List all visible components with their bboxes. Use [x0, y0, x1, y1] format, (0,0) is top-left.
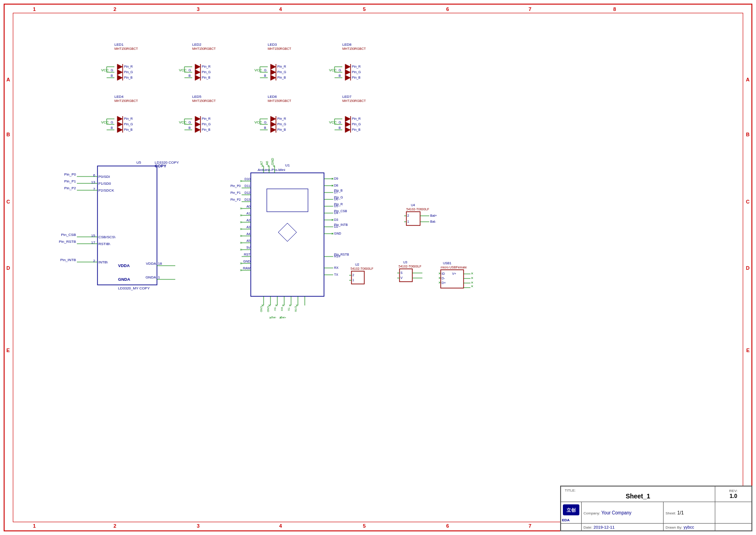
svg-text:MHT150RGBCT: MHT150RGBCT [268, 47, 292, 50]
svg-text:D-: D- [442, 277, 445, 280]
date-value: 2019-12-11 [594, 525, 615, 530]
svg-text:×: × [240, 213, 242, 218]
rev-label: REV: [717, 489, 750, 493]
svg-marker-99 [195, 122, 200, 127]
svg-text:B: B [264, 74, 266, 77]
led6-component: LED6 MHT150RGBCT VCC Pin_R G Pin_G B Pin… [254, 95, 292, 133]
svg-text:17: 17 [91, 241, 95, 245]
svg-text:INTB\: INTB\ [98, 260, 108, 264]
svg-text:Pin_G: Pin_G [352, 123, 361, 126]
svg-marker-45 [270, 70, 276, 75]
col-label-3-bot: 3 [197, 523, 200, 529]
svg-text:G: G [339, 121, 341, 124]
svg-text:U5: U5 [136, 160, 141, 165]
row-label-e-left: E [6, 348, 10, 353]
svg-text:Pin_R: Pin_R [277, 117, 286, 121]
svg-marker-122 [270, 127, 276, 133]
svg-marker-113 [270, 116, 276, 122]
col-label-1-top: 1 [33, 6, 36, 12]
drawn-value: yybcc [684, 525, 694, 530]
svg-text:D8: D8 [334, 184, 338, 187]
svg-text:MHT150RGBCT: MHT150RGBCT [114, 99, 138, 102]
svg-text:54102-T0600LF: 54102-T0600LF [399, 265, 421, 268]
svg-text:Pin_B: Pin_B [124, 128, 133, 132]
svg-text:LED1: LED1 [114, 43, 124, 47]
svg-text:54102-T0600LF: 54102-T0600LF [406, 208, 429, 211]
svg-text:B: B [111, 74, 113, 77]
svg-text:A2: A2 [246, 219, 250, 222]
u3-component: U3 54102-T0600LF S V [397, 261, 422, 282]
col-label-4-top: 4 [279, 6, 282, 12]
svg-text:VCC: VCC [254, 68, 262, 72]
sheet-value: 1/1 [677, 510, 684, 515]
svg-text:D+: D+ [442, 281, 446, 284]
logo-icon: 立创 [562, 503, 580, 516]
svg-marker-9 [117, 70, 123, 75]
svg-text:Pin_B: Pin_B [352, 76, 361, 80]
svg-text:RSTIB\: RSTIB\ [98, 242, 111, 246]
svg-marker-41 [270, 64, 276, 70]
svg-text:×: × [240, 247, 242, 252]
svg-text:B: B [111, 126, 113, 129]
svg-text:×: × [438, 276, 441, 280]
svg-text:MHT150RGBCT: MHT150RGBCT [342, 47, 366, 50]
row-label-b-left: B [6, 132, 10, 137]
svg-text:RAW: RAW [243, 267, 250, 270]
svg-text:Pin_G: Pin_G [334, 196, 343, 199]
row-label-e-right: E [746, 348, 750, 353]
svg-text:15: 15 [91, 234, 95, 238]
svg-marker-14 [117, 75, 123, 80]
u2-component: U2 54102-T0600LF 2 1 [349, 263, 373, 284]
svg-text:Pin_P1: Pin_P1 [230, 191, 241, 195]
svg-text:Pin_G: Pin_G [124, 123, 133, 126]
svg-marker-50 [270, 75, 276, 80]
svg-text:Pin_R: Pin_R [277, 65, 286, 69]
svg-text:×: × [240, 179, 242, 183]
svg-text:Pin_R: Pin_R [334, 203, 343, 206]
row-label-b-right: B [746, 132, 750, 137]
svg-text:Pin_G: Pin_G [352, 70, 361, 74]
led3-component: LED3 MHT150RGBCT VCC Pin_R G Pin_G B Pin… [254, 43, 292, 80]
led7-component: LED7 MHT150RGBCT VCC Pin_R G Pin_G B Pin… [329, 95, 366, 133]
svg-text:G: G [111, 121, 113, 124]
svg-text:Pin_CSB: Pin_CSB [334, 209, 347, 213]
schematic-container: A A B B C C D D E E 1 2 3 4 5 6 7 8 1 2 … [0, 0, 756, 535]
title-label: TITLE: [565, 488, 711, 492]
svg-text:×: × [261, 164, 264, 168]
svg-text:VCC: VCC [329, 68, 337, 72]
svg-text:D10: D10 [244, 177, 250, 181]
svg-text:G: G [189, 69, 191, 72]
col-label-2-bot: 2 [113, 523, 116, 529]
sheet-label: Sheet: [665, 511, 676, 515]
svg-text:A3: A3 [246, 225, 250, 229]
svg-text:×: × [438, 280, 441, 285]
svg-text:micro USBFemale: micro USBFemale [441, 266, 467, 269]
drawn-label: Drawn By: [665, 525, 682, 530]
led2-component: LED2 MHT150RGBCT VCC Pin_R G Pin_G B Pin… [179, 43, 216, 80]
col-label-7-top: 7 [529, 6, 531, 12]
svg-text:Pin_RSTB: Pin_RSTB [334, 253, 349, 257]
svg-text:B: B [339, 74, 341, 77]
usb1-component: USB1 micro USBFemale ID D- D+ V+ × × × ×… [438, 262, 473, 289]
svg-text:Pin_RSTB: Pin_RSTB [59, 240, 76, 244]
copy-label: COPY [155, 164, 167, 168]
title-value: Sheet_1 [565, 492, 711, 500]
row-label-a-right: A [746, 77, 750, 82]
svg-text:6: 6 [93, 173, 96, 177]
svg-text:Pin_P2: Pin_P2 [230, 198, 241, 202]
u4-component: U4 54102-T0600LF 2 1 Bat+ Bat- [404, 203, 437, 225]
svg-text:Pin_G: Pin_G [202, 123, 211, 126]
svg-text:D11: D11 [244, 184, 250, 187]
svg-text:Arduino-Pro-Mini: Arduino-Pro-Mini [258, 168, 285, 172]
svg-text:Pin_INTB: Pin_INTB [334, 223, 348, 227]
svg-text:VCC: VCC [101, 120, 109, 124]
date-label: Date: [583, 525, 592, 530]
svg-text:×: × [240, 268, 242, 273]
svg-marker-77 [117, 116, 123, 122]
svg-text:CSB/SCS\: CSB/SCS\ [98, 235, 116, 239]
svg-marker-27 [195, 70, 200, 75]
svg-text:Pin_B: Pin_B [202, 128, 211, 132]
svg-text:×: × [331, 183, 334, 188]
svg-text:LED5: LED5 [192, 95, 202, 99]
svg-text:×: × [240, 227, 242, 231]
